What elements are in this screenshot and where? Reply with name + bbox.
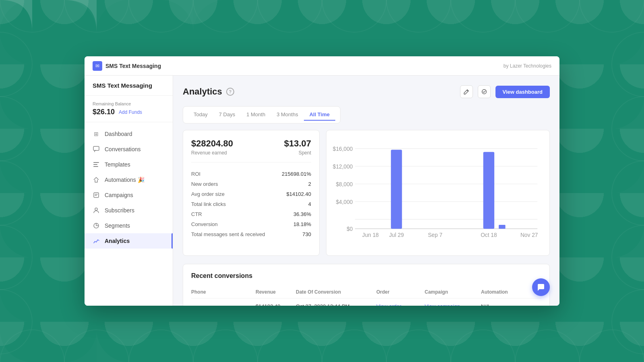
svg-point-37 xyxy=(482,90,486,94)
balance-label: Remaining Balance xyxy=(93,101,165,106)
sidebar-item-label: Conversations xyxy=(105,146,141,152)
chat-float-button[interactable] xyxy=(532,278,550,296)
edit-icon-btn[interactable] xyxy=(460,85,473,98)
time-tabs: Today 7 Days 1 Month 3 Months All Time xyxy=(183,106,341,123)
col-date: Date Of Conversion xyxy=(296,289,376,295)
stats-row-label: ROI xyxy=(191,171,200,177)
sidebar-item-analytics[interactable]: Analytics xyxy=(85,233,173,249)
balance-amount: $26.10 Add Funds xyxy=(93,108,165,116)
sidebar-item-campaigns[interactable]: Campaigns xyxy=(85,187,173,203)
table-row: New orders 2 xyxy=(191,179,311,189)
svg-rect-33 xyxy=(93,166,98,167)
sidebar-item-subscribers[interactable]: Subscribers xyxy=(85,203,173,218)
stats-top: $28204.80 Revenue earned $13.07 Spent xyxy=(191,138,311,162)
revenue-group: $28204.80 Revenue earned xyxy=(191,138,233,156)
analytics-icon xyxy=(93,237,100,245)
table-row: ROI 215698.01% xyxy=(191,169,311,179)
revenue-chart: $16,000 $12,000 $8,000 $4,000 $0 J xyxy=(333,137,543,249)
stats-row-value: 18.18% xyxy=(293,221,311,227)
conversations-icon xyxy=(93,146,100,153)
sidebar-balance: Remaining Balance $26.10 Add Funds xyxy=(85,96,173,122)
svg-text:Sep 7: Sep 7 xyxy=(428,232,442,238)
svg-text:Jun 18: Jun 18 xyxy=(362,232,379,238)
sidebar: SMS Text Messaging Remaining Balance $26… xyxy=(85,76,173,306)
sidebar-nav: ⊞ Dashboard Conversations xyxy=(85,122,173,299)
svg-point-24 xyxy=(258,330,322,362)
revenue-amount: $28204.80 xyxy=(191,138,233,149)
spent-amount: $13.07 xyxy=(284,138,311,149)
top-bar: ✉ SMS Text Messaging by Lazer Technologi… xyxy=(85,56,559,76)
help-icon[interactable]: ? xyxy=(226,88,234,96)
table-row: Conversion 18.18% xyxy=(191,219,311,229)
stats-row-value: $14102.40 xyxy=(287,191,311,197)
col-automation: Automation xyxy=(481,289,529,295)
sidebar-item-segments[interactable]: Segments xyxy=(85,218,173,233)
top-bar-brand: by Lazer Technologies xyxy=(504,63,551,69)
tab-today[interactable]: Today xyxy=(188,109,213,121)
logo-icon: ✉ xyxy=(93,61,102,71)
table-row: Total messages sent & received 730 xyxy=(191,229,311,239)
svg-rect-50 xyxy=(483,152,494,229)
page-title: Analytics xyxy=(183,86,222,97)
subscribers-icon xyxy=(93,207,100,214)
svg-rect-34 xyxy=(94,193,99,197)
svg-point-4 xyxy=(258,0,322,32)
svg-text:$16,000: $16,000 xyxy=(333,146,353,152)
svg-point-9 xyxy=(580,0,644,32)
content-header: Analytics ? xyxy=(183,85,550,98)
sidebar-item-label: Dashboard xyxy=(105,131,132,137)
svg-text:$4,000: $4,000 xyxy=(336,199,353,205)
svg-rect-49 xyxy=(391,150,402,228)
content-area: Analytics ? xyxy=(173,76,559,306)
sidebar-item-templates[interactable]: Templates xyxy=(85,157,173,172)
view-dashboard-button[interactable]: View dashboard xyxy=(495,86,550,98)
cell-revenue: $14102.40 xyxy=(256,303,296,306)
svg-text:$8,000: $8,000 xyxy=(336,181,353,187)
stats-row-label: New orders xyxy=(191,181,218,187)
tab-7days[interactable]: 7 Days xyxy=(213,109,241,121)
svg-point-8 xyxy=(515,0,580,32)
sidebar-item-label: Templates xyxy=(105,161,130,168)
stats-row-value: 215698.01% xyxy=(282,171,311,177)
stats-row-label: Total link clicks xyxy=(191,201,226,207)
stats-row-value: 4 xyxy=(308,201,311,207)
view-campaign-link[interactable]: View campaign xyxy=(425,303,481,306)
svg-text:Nov 27: Nov 27 xyxy=(520,232,538,238)
svg-point-25 xyxy=(322,330,386,362)
logo-area: ✉ SMS Text Messaging xyxy=(93,61,161,71)
table-row: $14102.40 Oct 27, 2020 12:44 PM View ord… xyxy=(191,298,541,306)
svg-rect-30 xyxy=(93,146,99,150)
stats-card: $28204.80 Revenue earned $13.07 Spent RO… xyxy=(183,130,320,256)
main-layout: SMS Text Messaging Remaining Balance $26… xyxy=(85,76,559,306)
templates-icon xyxy=(93,161,100,168)
sidebar-item-dashboard[interactable]: ⊞ Dashboard xyxy=(85,126,173,142)
svg-text:$0: $0 xyxy=(347,226,353,232)
tab-1month[interactable]: 1 Month xyxy=(241,109,271,121)
automations-icon xyxy=(93,176,100,183)
col-campaign: Campaign xyxy=(425,289,481,295)
svg-point-26 xyxy=(386,330,451,362)
table-row: Avg order size $14102.40 xyxy=(191,189,311,199)
tab-alltime[interactable]: All Time xyxy=(304,109,335,121)
view-order-link[interactable]: View order xyxy=(376,303,425,306)
cell-automation: N/A xyxy=(481,303,529,306)
add-funds-link[interactable]: Add Funds xyxy=(119,109,142,115)
stats-chart-row: $28204.80 Revenue earned $13.07 Spent RO… xyxy=(183,130,550,256)
col-phone: Phone xyxy=(191,289,256,295)
sidebar-item-label: Campaigns xyxy=(105,192,133,198)
sidebar-item-label: Analytics xyxy=(105,238,130,244)
dashboard-icon: ⊞ xyxy=(93,130,100,138)
sidebar-app-name: SMS Text Messaging xyxy=(85,82,173,96)
col-revenue: Revenue xyxy=(256,289,296,295)
stats-row-label: Total messages sent & received xyxy=(191,231,265,237)
sidebar-item-automations[interactable]: Automations 🎉 xyxy=(85,172,173,187)
sidebar-item-conversations[interactable]: Conversations xyxy=(85,142,173,157)
tab-3months[interactable]: 3 Months xyxy=(271,109,303,121)
svg-rect-51 xyxy=(499,225,505,229)
message-icon-btn[interactable] xyxy=(478,85,491,98)
segments-icon xyxy=(93,222,100,229)
title-group: Analytics ? xyxy=(183,86,234,97)
svg-point-27 xyxy=(451,330,515,362)
conversions-table: $14102.40 Oct 27, 2020 12:44 PM View ord… xyxy=(191,298,541,306)
svg-point-5 xyxy=(322,0,386,32)
